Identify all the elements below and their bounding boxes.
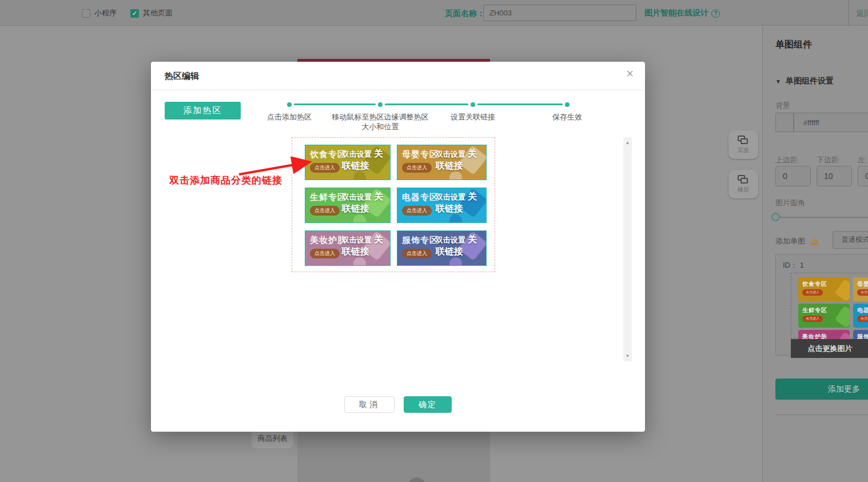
hotspot-hint-overlay: 双击设置 关联链接	[436, 191, 486, 215]
online-design-link[interactable]: 图片智能在线设计 ?	[644, 8, 720, 18]
step-label-3: 设置关联链接	[451, 112, 495, 122]
layers-icon	[738, 175, 749, 185]
change-image-button[interactable]: 点击更换图片	[791, 339, 868, 358]
margin-top-input[interactable]: 0	[775, 166, 811, 186]
enter-badge: 点击进入	[310, 249, 340, 258]
add-more-button[interactable]: 添加更多	[775, 379, 868, 400]
help-icon[interactable]: ?	[711, 9, 720, 18]
enter-badge: 点击进入	[857, 316, 868, 322]
mini-program-checkbox-group[interactable]: 小程序	[82, 8, 117, 18]
thumb-tile-electronics: 电器专区 点击进入	[853, 304, 868, 328]
tile-decoration	[835, 279, 850, 301]
scroll-up-icon[interactable]: ▲	[623, 140, 632, 145]
margin-top-label: 上边距	[775, 155, 798, 165]
hotspot-tile-electronics[interactable]: 电器专区 点击进入 双击设置 关联链接	[397, 188, 487, 223]
step-dot-2	[378, 102, 383, 107]
page-name-input[interactable]	[483, 5, 636, 21]
sidebar-title: 单图组件	[775, 39, 812, 51]
hotspot-tile-baby[interactable]: 母婴专区 点击进入 双击设置 关联链接	[397, 145, 487, 180]
hotspot-tile-food[interactable]: 饮食专区 点击进入 双击设置 关联链接	[305, 145, 391, 180]
food-icon-decoration	[353, 172, 366, 180]
step-label-2: 移动鼠标至热区边缘调整热区大小和位置	[332, 112, 429, 132]
back-button[interactable]: 返回	[856, 9, 868, 19]
add-single-image-row: 添加单图	[775, 236, 819, 246]
hotspot-tile-beauty[interactable]: 美妆护肤 点击进入 双击设置 关联链接	[305, 230, 391, 266]
vegetable-icon-decoration	[353, 214, 366, 223]
preview-circle-decoration	[408, 477, 425, 482]
annotation-arrow-icon	[237, 157, 317, 177]
radius-slider-handle[interactable]	[771, 213, 780, 221]
hotspot-edit-modal: 热区编辑 × 添加热区 点击添加热区 移动鼠标至热区边缘调整热区大小和位置 设置…	[151, 62, 645, 432]
modal-scrollbar[interactable]: ▲ ▼	[623, 137, 632, 361]
hotspot-hint-overlay: 双击设置 关联链接	[342, 234, 390, 258]
enter-badge: 点击进入	[402, 249, 432, 258]
modal-title: 热区编辑	[165, 71, 199, 82]
step-dot-3	[471, 102, 475, 107]
appliance-icon-decoration	[449, 214, 462, 223]
mini-program-label: 小程序	[94, 8, 117, 18]
hotspot-hint-overlay: 双击设置 关联链接	[342, 191, 390, 215]
normal-mode-button[interactable]: 普通模式	[833, 231, 868, 249]
sidebar-divider	[775, 415, 868, 415]
background-color-input[interactable]: #ffffff	[794, 113, 868, 132]
hotspot-image-area[interactable]: 饮食专区 点击进入 双击设置 关联链接 母婴专区 点击进入 双击设置 关联链接	[292, 137, 495, 272]
page-nav-button[interactable]: 页面	[728, 130, 758, 159]
margin-bottom-input[interactable]: 10	[817, 166, 852, 186]
enter-badge: 点击进入	[402, 206, 432, 216]
mini-program-checkbox[interactable]	[82, 9, 90, 18]
background-label: 背景	[775, 101, 790, 111]
image-radius-label: 图片圆角	[775, 198, 805, 208]
page-nav-label: 页面	[738, 146, 749, 154]
thumb-tile-baby: 母婴专区 点击进入	[853, 277, 868, 301]
background-color-swatch[interactable]	[775, 113, 794, 132]
add-hotspot-button[interactable]: 添加热区	[165, 102, 241, 119]
margin-left-input[interactable]: 0	[858, 166, 868, 186]
settings-title: 单图组件设置	[786, 76, 834, 86]
step-label-1: 点击添加热区	[267, 112, 312, 122]
other-pages-checkbox[interactable]: ✓	[130, 9, 139, 18]
radius-slider-track[interactable]	[775, 217, 868, 218]
hotspot-hint-overlay: 双击设置 关联链接	[436, 148, 486, 172]
close-icon[interactable]: ×	[626, 67, 634, 80]
hotspot-hint-overlay: 双击设置 关联链接	[342, 148, 390, 172]
step-line	[477, 103, 563, 105]
other-pages-label: 其他页面	[143, 8, 173, 18]
floor-nav-button[interactable]: 楼层	[728, 170, 758, 198]
step-line	[385, 103, 468, 105]
hotspot-tile-fashion[interactable]: 服饰专区 点击进入 双击设置 关联链接	[397, 230, 487, 266]
thumb-tile-fresh: 生鲜专区 点击进入	[798, 304, 850, 328]
component-id-value: 1	[800, 261, 804, 269]
step-dot-4	[565, 102, 570, 107]
settings-collapse-header[interactable]: ▼ 单图组件设置	[775, 76, 834, 86]
enter-badge: 点击进入	[802, 289, 823, 296]
thumb-tile-food: 饮食专区 点击进入	[798, 277, 850, 301]
baby-bottle-icon-decoration	[449, 172, 462, 180]
enter-badge: 点击进入	[310, 206, 340, 216]
component-id-box: ID： 1 饮食专区 点击进入 母婴专区 点击进入 生鲜专区 点击进入 电器专区	[775, 254, 868, 356]
step-label-4: 保存生效	[552, 112, 582, 122]
floor-nav-label: 楼层	[738, 186, 749, 194]
app-root: 小程序 ✓ 其他页面 页面名称： 图片智能在线设计 ? 返回 商品列表 页面 楼…	[0, 0, 868, 482]
modal-header-divider	[151, 90, 645, 90]
step-line	[294, 103, 376, 105]
tile-decoration	[835, 305, 850, 328]
lipstick-icon-decoration	[353, 257, 366, 266]
topbar-divider	[849, 0, 849, 26]
hotspot-tile-fresh[interactable]: 生鲜专区 点击进入 双击设置 关联链接	[305, 188, 391, 223]
enter-badge: 点击进入	[402, 163, 432, 173]
cancel-button[interactable]: 取消	[344, 396, 395, 413]
step-dot-1	[287, 102, 292, 107]
hotspot-hint-overlay: 双击设置 关联链接	[436, 234, 486, 258]
online-design-label: 图片智能在线设计	[644, 8, 708, 18]
alarm-icon	[810, 237, 819, 246]
layers-icon	[738, 136, 749, 146]
enter-badge: 点击进入	[802, 316, 823, 322]
other-pages-checkbox-group[interactable]: ✓ 其他页面	[130, 8, 173, 18]
margin-bottom-label: 下边距	[817, 155, 839, 165]
page-name-label: 页面名称：	[445, 9, 485, 19]
confirm-button[interactable]: 确定	[404, 396, 452, 413]
topbar: 小程序 ✓ 其他页面 页面名称： 图片智能在线设计 ? 返回	[0, 0, 868, 26]
add-single-image-label: 添加单图	[775, 236, 805, 246]
scroll-down-icon[interactable]: ▼	[623, 353, 632, 358]
component-id-label: ID： 1	[783, 260, 804, 270]
